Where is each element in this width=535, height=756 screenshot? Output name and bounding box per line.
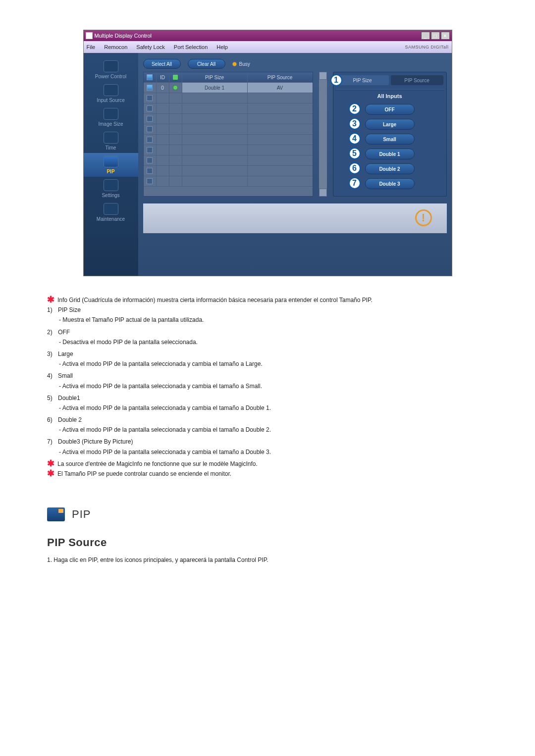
sidebar-item-label: Maintenance — [97, 216, 125, 222]
col-status[interactable] — [169, 72, 182, 82]
callout-4: 4 — [349, 133, 361, 145]
doc-intro: Info Grid (Cuadrícula de información) mu… — [57, 296, 373, 304]
doc-title-5: Double1 — [58, 394, 80, 402]
pip-double1-button[interactable]: 5 Double 1 — [365, 149, 415, 159]
doc-title-3: Large — [58, 350, 73, 358]
pip-double3-button[interactable]: 7 Double 3 — [365, 178, 415, 189]
sidebar-item-label: Power Control — [95, 74, 126, 79]
sidebar-item-settings[interactable]: Settings — [84, 177, 138, 201]
sidebar: Power Control Input Source Image Size Ti… — [84, 53, 138, 276]
maximize-button[interactable]: □ — [431, 32, 440, 40]
pip-double2-button[interactable]: 6 Double 2 — [365, 163, 415, 174]
pip-small-button[interactable]: 4 Small — [365, 134, 415, 145]
clear-all-button[interactable]: Clear All — [188, 59, 225, 69]
tab-pip-size-label: PIP Size — [353, 78, 372, 83]
table-row[interactable] — [144, 135, 313, 145]
input-source-icon — [104, 84, 118, 96]
panel-divider — [335, 89, 444, 90]
power-icon — [104, 60, 118, 72]
row-checkbox-icon[interactable] — [147, 95, 153, 101]
row-checkbox-icon[interactable] — [147, 178, 153, 184]
doc-title-1: PIP Size — [58, 306, 81, 314]
menu-help[interactable]: Help — [216, 44, 228, 50]
sidebar-item-input-source[interactable]: Input Source — [84, 82, 138, 105]
col-pip-source[interactable]: PIP Source — [248, 72, 313, 82]
close-button[interactable]: × — [441, 32, 450, 40]
sidebar-item-image-size[interactable]: Image Size — [84, 105, 138, 129]
pip-source-step-1: 1. Haga clic en PIP, entre los iconos pr… — [47, 556, 488, 564]
sidebar-item-label: Image Size — [98, 121, 123, 127]
pip-large-label: Large — [383, 122, 396, 127]
table-row[interactable] — [144, 155, 313, 166]
image-size-icon — [104, 108, 118, 120]
status-header-icon — [173, 75, 178, 80]
scroll-down-icon[interactable] — [319, 189, 327, 197]
doc-detail-6: - Activa el modo PIP de la pantalla sele… — [59, 426, 488, 434]
menu-remocon[interactable]: Remocon — [104, 44, 127, 50]
table-row[interactable] — [144, 176, 313, 187]
table-row[interactable] — [144, 166, 313, 176]
brand-logo: SAMSUNG DIGITall — [405, 45, 448, 50]
doc-note-1: La source d'entrée de MagicInfo ne fonct… — [57, 460, 258, 468]
row-checkbox-icon[interactable] — [147, 157, 153, 163]
table-row[interactable] — [144, 114, 313, 124]
doc-title-2: OFF — [58, 328, 70, 336]
row-checkbox-icon[interactable] — [147, 168, 153, 174]
sidebar-item-time[interactable]: Time — [84, 129, 138, 153]
col-checkbox[interactable] — [144, 72, 157, 82]
menu-port-selection[interactable]: Port Selection — [174, 44, 208, 50]
select-all-button[interactable]: Select All — [143, 59, 181, 69]
top-controls: Select All Clear All Busy — [143, 59, 447, 69]
table-row[interactable] — [144, 103, 313, 114]
row-checkbox-icon[interactable] — [147, 126, 153, 132]
doc-title-6: Double 2 — [58, 416, 82, 424]
scroll-up-icon[interactable] — [319, 72, 327, 80]
row-checkbox-icon[interactable] — [147, 137, 153, 143]
row-checkbox-icon[interactable] — [147, 105, 153, 111]
tab-pip-size[interactable]: 1 PIP Size — [336, 75, 389, 85]
doc-num-6: 6) — [47, 416, 58, 424]
pip-section-icon — [47, 507, 65, 521]
minimize-button[interactable]: _ — [421, 32, 430, 40]
table-row[interactable] — [144, 145, 313, 155]
sidebar-item-label: PIP — [107, 169, 114, 174]
row-checkbox-icon[interactable] — [147, 85, 153, 91]
row-checkbox-icon[interactable] — [147, 116, 153, 122]
doc-detail-1: - Muestra el Tamaño PIP actual de la pan… — [59, 316, 488, 324]
doc-detail-7: - Activa el modo PIP de la pantalla sele… — [59, 448, 488, 456]
sidebar-item-label: Time — [106, 145, 116, 151]
col-pip-size[interactable]: PIP Size — [182, 72, 248, 82]
pip-large-button[interactable]: 3 Large — [365, 119, 415, 130]
grid-scrollbar[interactable] — [319, 72, 327, 197]
sidebar-item-pip[interactable]: PIP — [84, 153, 138, 177]
doc-title-4: Small — [58, 372, 73, 380]
workspace: Power Control Input Source Image Size Ti… — [84, 53, 452, 276]
status-dot-icon — [173, 85, 178, 90]
table-row[interactable] — [144, 93, 313, 103]
sidebar-item-power-control[interactable]: Power Control — [84, 58, 138, 82]
pip-icon — [104, 155, 118, 167]
row-checkbox-icon[interactable] — [147, 147, 153, 153]
table-row[interactable] — [144, 124, 313, 135]
doc-num-2: 2) — [47, 328, 58, 336]
documentation: ✱ Info Grid (Cuadrícula de información) … — [47, 296, 488, 478]
tab-pip-source[interactable]: PIP Source — [391, 75, 443, 85]
menu-file[interactable]: File — [87, 44, 96, 50]
status-strip: ! — [143, 203, 447, 233]
callout-7: 7 — [349, 177, 361, 189]
callout-1: 1 — [330, 74, 342, 86]
table-row[interactable]: 0 Double 1 AV — [144, 83, 313, 93]
col-id[interactable]: ID — [157, 72, 169, 82]
doc-num-4: 4) — [47, 372, 58, 380]
menu-bar: File Remocon Safety Lock Port Selection … — [84, 41, 452, 53]
pip-section-heading: PIP — [47, 507, 488, 521]
sidebar-item-maintenance[interactable]: Maintenance — [84, 201, 138, 224]
pip-off-button[interactable]: 2 OFF — [365, 104, 415, 115]
doc-num-7: 7) — [47, 438, 58, 446]
bullet-star-icon: ✱ — [47, 296, 54, 303]
menu-safety-lock[interactable]: Safety Lock — [136, 44, 164, 50]
pip-source-heading: PIP Source — [47, 536, 488, 549]
busy-indicator: Busy — [232, 61, 250, 67]
busy-dot-icon — [232, 62, 237, 66]
info-grid: ID PIP Size PIP Source 0 Double 1 AV — [143, 72, 313, 197]
